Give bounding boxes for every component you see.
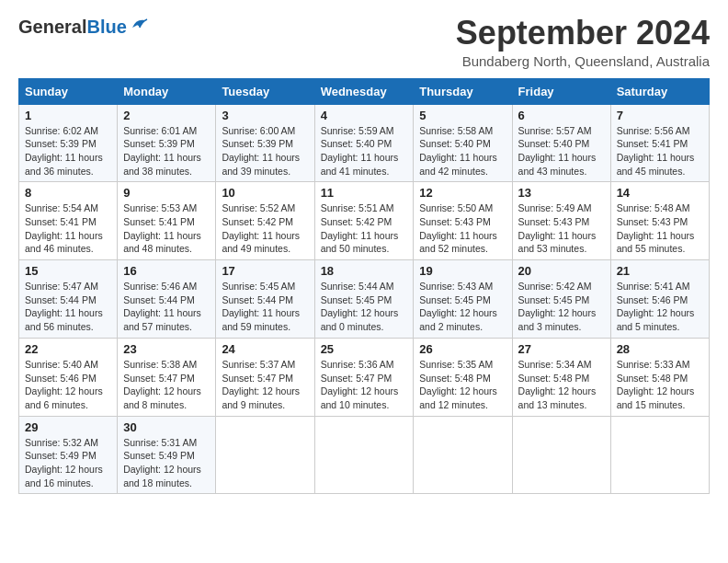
- weekday-header-monday: Monday: [118, 78, 216, 104]
- daylight-text: Daylight: 11 hours and 55 minutes.: [617, 230, 695, 255]
- sunrise-text: Sunrise: 5:33 AM: [617, 359, 690, 370]
- day-info: Sunrise: 5:53 AM Sunset: 5:41 PM Dayligh…: [123, 201, 210, 256]
- calendar-cell: 21 Sunrise: 5:41 AM Sunset: 5:46 PM Dayl…: [610, 260, 709, 339]
- day-number: 23: [123, 342, 210, 356]
- day-number: 27: [518, 342, 605, 356]
- logo-bird-icon: [129, 15, 149, 39]
- daylight-text: Daylight: 11 hours and 52 minutes.: [419, 230, 497, 255]
- logo-general-text: General: [18, 17, 86, 38]
- day-number: 11: [321, 186, 408, 200]
- sunrise-text: Sunrise: 5:43 AM: [419, 281, 493, 292]
- title-block: September 2024 Bundaberg North, Queensla…: [456, 15, 710, 69]
- day-number: 20: [518, 264, 605, 278]
- calendar-cell: 7 Sunrise: 5:56 AM Sunset: 5:41 PM Dayli…: [610, 104, 709, 182]
- sunset-text: Sunset: 5:46 PM: [25, 373, 97, 384]
- sunrise-text: Sunrise: 5:38 AM: [123, 359, 197, 370]
- calendar-cell: 27 Sunrise: 5:34 AM Sunset: 5:48 PM Dayl…: [512, 338, 610, 416]
- day-number: 10: [222, 186, 308, 200]
- day-info: Sunrise: 5:40 AM Sunset: 5:46 PM Dayligh…: [25, 358, 111, 412]
- calendar-cell: [610, 416, 709, 494]
- sunset-text: Sunset: 5:44 PM: [123, 294, 195, 305]
- sunrise-text: Sunrise: 5:45 AM: [222, 281, 295, 292]
- sunrise-text: Sunrise: 5:53 AM: [123, 202, 197, 213]
- daylight-text: Daylight: 12 hours and 9 minutes.: [222, 385, 300, 410]
- calendar-cell: 26 Sunrise: 5:35 AM Sunset: 5:48 PM Dayl…: [414, 338, 512, 416]
- calendar-cell: 11 Sunrise: 5:51 AM Sunset: 5:42 PM Dayl…: [314, 182, 414, 260]
- day-info: Sunrise: 5:51 AM Sunset: 5:42 PM Dayligh…: [321, 201, 408, 256]
- sunrise-text: Sunrise: 5:49 AM: [518, 202, 592, 213]
- sunrise-text: Sunrise: 5:34 AM: [518, 359, 592, 370]
- sunrise-text: Sunrise: 5:58 AM: [419, 125, 493, 136]
- sunset-text: Sunset: 5:48 PM: [518, 373, 590, 384]
- sunset-text: Sunset: 5:44 PM: [25, 294, 97, 305]
- weekday-header-sunday: Sunday: [19, 78, 118, 104]
- day-info: Sunrise: 5:58 AM Sunset: 5:40 PM Dayligh…: [419, 124, 506, 178]
- sunset-text: Sunset: 5:41 PM: [617, 138, 688, 149]
- sunset-text: Sunset: 5:49 PM: [123, 450, 195, 461]
- sunset-text: Sunset: 5:39 PM: [123, 138, 195, 149]
- calendar-cell: 10 Sunrise: 5:52 AM Sunset: 5:42 PM Dayl…: [216, 182, 314, 260]
- daylight-text: Daylight: 11 hours and 49 minutes.: [222, 230, 300, 255]
- day-number: 25: [321, 342, 408, 356]
- day-number: 29: [25, 420, 111, 434]
- daylight-text: Daylight: 12 hours and 18 minutes.: [123, 464, 201, 488]
- day-number: 7: [617, 109, 703, 122]
- weekday-header-row: SundayMondayTuesdayWednesdayThursdayFrid…: [19, 78, 710, 104]
- sunset-text: Sunset: 5:49 PM: [25, 450, 97, 461]
- day-info: Sunrise: 5:41 AM Sunset: 5:46 PM Dayligh…: [617, 280, 703, 334]
- day-info: Sunrise: 5:44 AM Sunset: 5:45 PM Dayligh…: [321, 280, 408, 334]
- day-number: 3: [222, 109, 308, 122]
- day-info: Sunrise: 5:48 AM Sunset: 5:43 PM Dayligh…: [617, 201, 703, 256]
- logo-blue-text: Blue: [86, 17, 126, 38]
- calendar-cell: 1 Sunrise: 6:02 AM Sunset: 5:39 PM Dayli…: [19, 104, 118, 182]
- sunrise-text: Sunrise: 5:54 AM: [25, 202, 98, 213]
- sunset-text: Sunset: 5:48 PM: [419, 373, 491, 384]
- day-number: 12: [419, 186, 506, 200]
- day-info: Sunrise: 5:36 AM Sunset: 5:47 PM Dayligh…: [321, 358, 408, 412]
- day-number: 2: [123, 109, 210, 122]
- day-info: Sunrise: 5:54 AM Sunset: 5:41 PM Dayligh…: [25, 201, 111, 256]
- daylight-text: Daylight: 12 hours and 2 minutes.: [419, 307, 497, 332]
- day-info: Sunrise: 6:00 AM Sunset: 5:39 PM Dayligh…: [222, 124, 308, 178]
- day-number: 9: [123, 186, 210, 200]
- calendar-cell: 12 Sunrise: 5:50 AM Sunset: 5:43 PM Dayl…: [414, 182, 512, 260]
- daylight-text: Daylight: 11 hours and 41 minutes.: [321, 152, 399, 177]
- day-info: Sunrise: 5:33 AM Sunset: 5:48 PM Dayligh…: [617, 358, 703, 412]
- day-info: Sunrise: 5:56 AM Sunset: 5:41 PM Dayligh…: [617, 124, 703, 178]
- day-number: 17: [222, 264, 308, 278]
- calendar-cell: 29 Sunrise: 5:32 AM Sunset: 5:49 PM Dayl…: [19, 416, 118, 494]
- calendar-cell: 24 Sunrise: 5:37 AM Sunset: 5:47 PM Dayl…: [216, 338, 314, 416]
- day-info: Sunrise: 6:01 AM Sunset: 5:39 PM Dayligh…: [123, 124, 210, 178]
- day-number: 18: [321, 264, 408, 278]
- calendar-cell: 23 Sunrise: 5:38 AM Sunset: 5:47 PM Dayl…: [118, 338, 216, 416]
- sunrise-text: Sunrise: 5:31 AM: [123, 437, 197, 448]
- day-number: 5: [419, 109, 506, 122]
- daylight-text: Daylight: 11 hours and 42 minutes.: [419, 152, 497, 177]
- sunrise-text: Sunrise: 5:36 AM: [321, 359, 394, 370]
- calendar-cell: 5 Sunrise: 5:58 AM Sunset: 5:40 PM Dayli…: [414, 104, 512, 182]
- daylight-text: Daylight: 12 hours and 5 minutes.: [617, 307, 695, 332]
- day-info: Sunrise: 5:34 AM Sunset: 5:48 PM Dayligh…: [518, 358, 605, 412]
- sunrise-text: Sunrise: 6:01 AM: [123, 125, 197, 136]
- sunrise-text: Sunrise: 5:32 AM: [25, 437, 98, 448]
- day-number: 4: [321, 109, 408, 122]
- calendar-cell: 8 Sunrise: 5:54 AM Sunset: 5:41 PM Dayli…: [19, 182, 118, 260]
- daylight-text: Daylight: 11 hours and 56 minutes.: [25, 307, 103, 332]
- calendar-cell: 18 Sunrise: 5:44 AM Sunset: 5:45 PM Dayl…: [314, 260, 414, 339]
- day-info: Sunrise: 5:50 AM Sunset: 5:43 PM Dayligh…: [419, 201, 506, 256]
- sunrise-text: Sunrise: 5:51 AM: [321, 202, 394, 213]
- sunset-text: Sunset: 5:43 PM: [617, 216, 688, 227]
- sunrise-text: Sunrise: 5:50 AM: [419, 202, 493, 213]
- calendar-week-row: 8 Sunrise: 5:54 AM Sunset: 5:41 PM Dayli…: [19, 182, 710, 260]
- daylight-text: Daylight: 11 hours and 38 minutes.: [123, 152, 201, 177]
- calendar-week-row: 22 Sunrise: 5:40 AM Sunset: 5:46 PM Dayl…: [19, 338, 710, 416]
- calendar-cell: 14 Sunrise: 5:48 AM Sunset: 5:43 PM Dayl…: [610, 182, 709, 260]
- sunrise-text: Sunrise: 5:47 AM: [25, 281, 98, 292]
- calendar-table: SundayMondayTuesdayWednesdayThursdayFrid…: [18, 78, 710, 495]
- sunset-text: Sunset: 5:47 PM: [321, 373, 392, 384]
- sunset-text: Sunset: 5:43 PM: [419, 216, 491, 227]
- daylight-text: Daylight: 11 hours and 50 minutes.: [321, 230, 399, 255]
- daylight-text: Daylight: 12 hours and 10 minutes.: [321, 385, 399, 410]
- daylight-text: Daylight: 11 hours and 53 minutes.: [518, 230, 597, 255]
- sunrise-text: Sunrise: 6:00 AM: [222, 125, 295, 136]
